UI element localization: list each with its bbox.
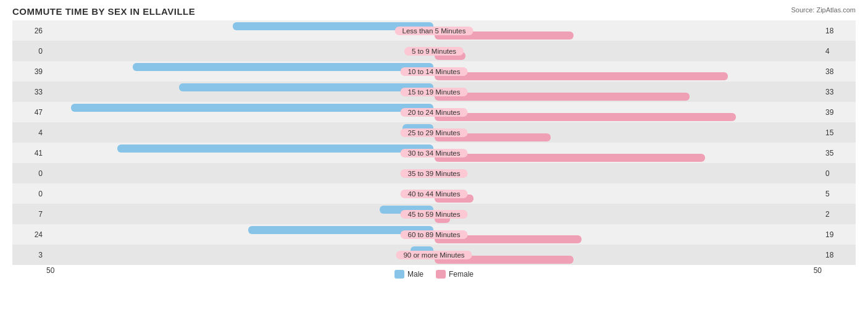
female-bar [435,256,574,264]
male-bar [248,226,433,234]
legend-female: Female [436,270,474,279]
chart-row: 26Less than 5 Minutes18 [12,20,856,41]
chart-row: 05 to 9 Minutes4 [12,41,856,61]
male-value: 26 [12,27,46,35]
female-bar [435,31,574,40]
female-bar [435,154,705,162]
female-bar [435,72,728,80]
female-value: 33 [822,88,856,96]
female-value: 18 [822,251,856,259]
male-swatch [394,270,404,279]
male-bar [411,246,434,254]
chart-row: 3910 to 14 Minutes38 [12,61,856,82]
source-text: Source: ZipAtlas.com [791,6,856,14]
male-value: 24 [12,230,46,239]
row-center: 60 to 89 Minutes [46,224,822,245]
female-bar [435,195,474,203]
female-value: 19 [822,230,856,239]
female-bar [435,52,465,60]
male-value: 47 [12,108,46,117]
male-label: Male [407,270,424,279]
male-value: 0 [12,190,46,198]
male-value: 39 [12,67,46,76]
female-value: 4 [822,47,856,56]
female-value: 0 [822,169,856,178]
female-value: 35 [822,149,856,157]
female-value: 18 [822,27,856,35]
row-center: 20 to 24 Minutes [46,102,822,122]
male-bar [117,145,434,153]
chart-row: 4720 to 24 Minutes39 [12,102,856,122]
row-center: 40 to 44 Minutes [46,183,822,204]
female-bar [435,133,551,141]
female-bar [435,113,736,121]
chart-title: COMMUTE TIME BY SEX IN ELLAVILLE [12,6,856,17]
chart-row: 390 or more Minutes18 [12,245,856,265]
female-value: 5 [822,190,856,198]
male-bar [71,104,434,112]
row-center: 30 to 34 Minutes [46,143,822,163]
female-label: Female [449,270,474,279]
female-value: 2 [822,210,856,219]
male-bar [403,124,433,132]
row-label: 35 to 39 Minutes [400,169,467,178]
row-center: 90 or more Minutes [46,245,822,265]
male-value: 3 [12,251,46,259]
row-center: 35 to 39 Minutes [46,163,822,183]
bars-wrapper: 26Less than 5 Minutes1805 to 9 Minutes43… [12,20,856,265]
chart-row: 425 to 29 Minutes15 [12,122,856,143]
male-bar [380,206,434,214]
chart-row: 035 to 39 Minutes0 [12,163,856,183]
chart-row: 2460 to 89 Minutes19 [12,224,856,245]
chart-row: 745 to 59 Minutes2 [12,204,856,224]
male-bar [133,63,434,71]
male-value: 0 [12,169,46,178]
male-value: 41 [12,149,46,157]
row-center: Less than 5 Minutes [46,20,822,41]
male-value: 0 [12,47,46,56]
row-center: 15 to 19 Minutes [46,82,822,102]
male-bar [179,83,434,91]
female-bar [435,235,582,243]
bottom-right-label: 50 [814,266,822,279]
chart-container: COMMUTE TIME BY SEX IN ELLAVILLE Source:… [0,0,868,323]
row-center: 45 to 59 Minutes [46,204,822,224]
female-bar [435,215,450,223]
female-swatch [436,270,446,279]
female-value: 39 [822,108,856,117]
row-center: 25 to 29 Minutes [46,122,822,143]
row-center: 10 to 14 Minutes [46,61,822,82]
female-bar [435,93,690,101]
male-bar [233,22,433,30]
bottom-labels: 50 Male Female 50 [12,266,856,279]
bottom-left-label: 50 [46,266,54,279]
female-value: 38 [822,67,856,76]
legend: Male Female [394,270,474,279]
chart-row: 3315 to 19 Minutes33 [12,82,856,102]
row-center: 5 to 9 Minutes [46,41,822,61]
chart-row: 4130 to 34 Minutes35 [12,143,856,163]
male-value: 4 [12,128,46,137]
legend-male: Male [394,270,424,279]
chart-row: 040 to 44 Minutes5 [12,183,856,204]
male-value: 7 [12,210,46,219]
male-value: 33 [12,88,46,96]
female-value: 15 [822,128,856,137]
